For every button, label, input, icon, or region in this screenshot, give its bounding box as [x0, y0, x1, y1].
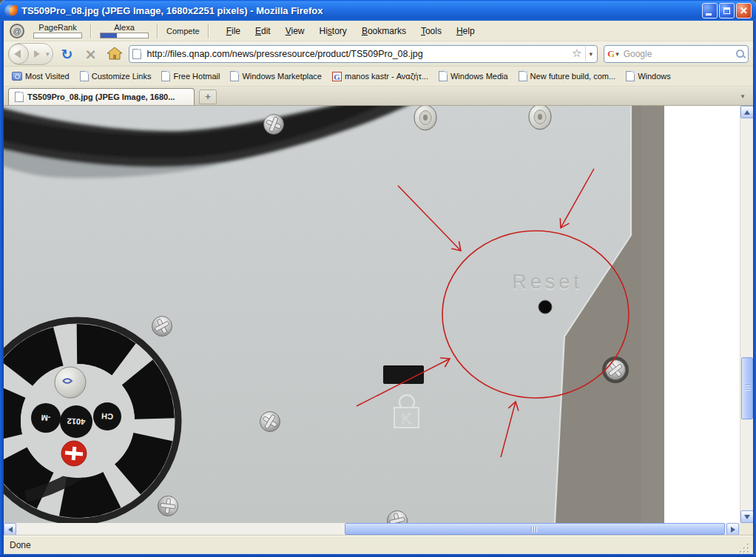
bookmark-label: Free Hotmail: [173, 72, 220, 81]
resize-grip[interactable]: [739, 543, 750, 554]
toolbar-separator: [208, 24, 209, 38]
chevron-up-icon: [744, 110, 750, 115]
tab-label: TS509Pro_08.jpg (JPEG Image, 1680...: [27, 92, 188, 101]
location-bar[interactable]: ☆ ▾: [129, 45, 598, 63]
history-dropdown-icon[interactable]: ▾: [46, 50, 50, 58]
bookmark-label: Customize Links: [92, 72, 152, 81]
forward-button[interactable]: [29, 46, 45, 62]
searchstatus-icon[interactable]: @: [10, 24, 24, 38]
bookmark-label: Most Visited: [25, 72, 70, 81]
pagerank-widget[interactable]: PageRank: [27, 21, 88, 41]
page-content: -M 4012 CH: [4, 106, 753, 523]
most-visited-icon: [12, 72, 22, 81]
menu-help-label: Help: [456, 26, 475, 36]
menu-view[interactable]: View: [278, 22, 312, 40]
photo-svg: -M 4012 CH: [4, 106, 668, 523]
bookmarks-toolbar: Most Visited Customize Links Free Hotmai…: [4, 67, 753, 87]
compete-widget[interactable]: Compete: [161, 21, 206, 41]
menu-bookmarks[interactable]: Bookmarks: [354, 22, 414, 40]
scroll-right-button[interactable]: [726, 523, 739, 536]
bookmark-most-visited[interactable]: Most Visited: [8, 70, 73, 82]
maximize-icon: [723, 7, 730, 14]
tab-ts509pro-image[interactable]: TS509Pro_08.jpg (JPEG Image, 1680...: [8, 88, 195, 105]
location-dropdown-button[interactable]: ▾: [585, 47, 595, 61]
chevron-left-icon: [8, 527, 13, 533]
minimize-icon: [706, 13, 712, 16]
bookmark-label: Windows Marketplace: [242, 72, 322, 81]
firefox-window: TS509Pro_08.jpg (JPEG Image, 1680x2251 p…: [0, 0, 756, 557]
google-favicon: G: [332, 72, 342, 81]
bookmark-new-future-build[interactable]: New future build, com...: [515, 70, 620, 83]
bookmark-manos-kastr[interactable]: Gmanos kastr - Αναζήτ...: [328, 70, 432, 83]
pagerank-label: PageRank: [38, 23, 76, 32]
navigation-toolbar: ▾ ↻ × ☆ ▾ G ▾: [4, 41, 753, 67]
photo-right-edge: [664, 106, 668, 523]
firefox-app-icon: [4, 4, 17, 17]
scroll-down-button[interactable]: [740, 510, 753, 523]
page-icon: [161, 71, 170, 81]
bookmark-free-hotmail[interactable]: Free Hotmail: [158, 70, 223, 83]
scroll-up-button[interactable]: [740, 106, 753, 118]
minimize-button[interactable]: [702, 3, 718, 18]
svg-text:K: K: [402, 411, 412, 427]
menu-edit[interactable]: Edit: [248, 22, 278, 40]
status-bar: Done: [4, 536, 753, 554]
search-input[interactable]: [622, 48, 735, 60]
alexa-widget[interactable]: Alexa: [94, 21, 155, 41]
bookmark-windows-media[interactable]: Windows Media: [435, 70, 512, 83]
page-icon: [519, 71, 527, 81]
home-button[interactable]: [105, 44, 124, 64]
svg-text:4012: 4012: [67, 416, 85, 426]
pagerank-bar: [33, 33, 82, 38]
menu-view-label: View: [286, 26, 305, 36]
page-icon: [626, 71, 635, 81]
titlebar[interactable]: TS509Pro_08.jpg (JPEG Image, 1680x2251 p…: [0, 0, 756, 21]
vertical-scrollbar[interactable]: [740, 106, 753, 523]
new-tab-button[interactable]: +: [199, 90, 217, 104]
bookmark-label: manos kastr - Αναζήτ...: [345, 72, 428, 81]
svg-text:-M: -M: [41, 413, 50, 423]
horizontal-scrollbar[interactable]: [4, 523, 753, 536]
bookmark-windows-marketplace[interactable]: Windows Marketplace: [226, 70, 325, 83]
bookmark-star-icon[interactable]: ☆: [572, 48, 581, 59]
tab-list-dropdown-icon[interactable]: ▾: [737, 91, 749, 103]
tab-strip: TS509Pro_08.jpg (JPEG Image, 1680... + ▾: [4, 87, 753, 106]
menu-history-label: History: [320, 26, 347, 36]
stop-button[interactable]: ×: [81, 44, 101, 64]
back-button[interactable]: [8, 44, 29, 64]
search-engine-dropdown-icon[interactable]: ▾: [615, 50, 619, 58]
toolbar-separator: [90, 24, 92, 38]
bookmark-label: Windows: [638, 72, 671, 81]
bookmark-label: New future build, com...: [530, 72, 616, 81]
scrollbar-corner: [739, 523, 753, 536]
search-bar[interactable]: G ▾: [604, 45, 749, 63]
vertical-scroll-thumb[interactable]: [741, 357, 753, 419]
site-favicon: [132, 49, 141, 59]
horizontal-scroll-thumb[interactable]: [345, 523, 725, 535]
nas-rear-panel-photo[interactable]: -M 4012 CH: [4, 106, 668, 523]
back-icon: [14, 50, 21, 58]
reload-button[interactable]: ↻: [58, 44, 77, 64]
svg-text:Reset: Reset: [512, 271, 583, 293]
close-button[interactable]: ✕: [736, 3, 752, 18]
url-input[interactable]: [146, 48, 572, 60]
bookmark-windows[interactable]: Windows: [622, 70, 675, 83]
maximize-button[interactable]: [719, 3, 735, 18]
menu-history[interactable]: History: [312, 22, 354, 40]
window-border-left: [0, 21, 4, 557]
scroll-left-button[interactable]: [4, 523, 16, 536]
menu-file-label: File: [226, 26, 240, 36]
window-controls: ✕: [702, 3, 752, 18]
search-icon[interactable]: [735, 49, 745, 58]
tab-favicon: [15, 92, 24, 102]
back-forward-cluster: ▾: [8, 43, 53, 65]
menu-bookmarks-label: Bookmarks: [362, 26, 406, 36]
reset-pinhole: [539, 300, 552, 314]
menu-tools[interactable]: Tools: [414, 22, 449, 40]
menu-file[interactable]: File: [219, 22, 248, 40]
menu-help[interactable]: Help: [449, 22, 482, 40]
bookmark-customize-links[interactable]: Customize Links: [76, 70, 155, 83]
alexa-label: Alexa: [114, 23, 135, 32]
menu-edit-label: Edit: [255, 26, 271, 36]
status-text: Done: [10, 540, 31, 550]
